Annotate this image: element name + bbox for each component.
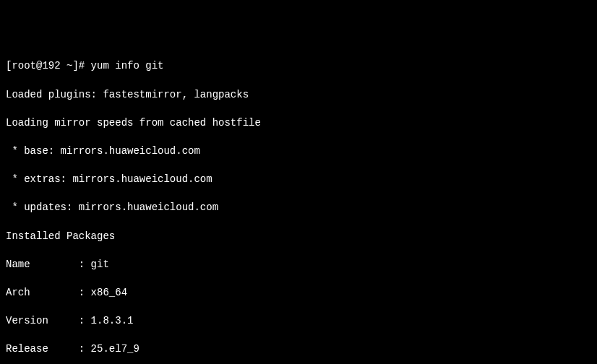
field-release: Release : 25.el7_9 [6,342,591,357]
field-version: Version : 1.8.3.1 [6,314,591,329]
loaded-plugins: Loaded plugins: fastestmirror, langpacks [6,88,591,103]
mirror-extras: * extras: mirrors.huaweicloud.com [6,173,591,187]
field-name: Name : git [6,258,591,272]
mirror-updates: * updates: mirrors.huaweicloud.com [6,201,591,215]
installed-packages-header: Installed Packages [6,230,591,244]
loading-mirrors: Loading mirror speeds from cached hostfi… [6,116,591,131]
field-arch: Arch : x86_64 [6,286,591,300]
prompt-line-1: [root@192 ~]# yum info git [6,59,591,74]
mirror-base: * base: mirrors.huaweicloud.com [6,144,591,159]
